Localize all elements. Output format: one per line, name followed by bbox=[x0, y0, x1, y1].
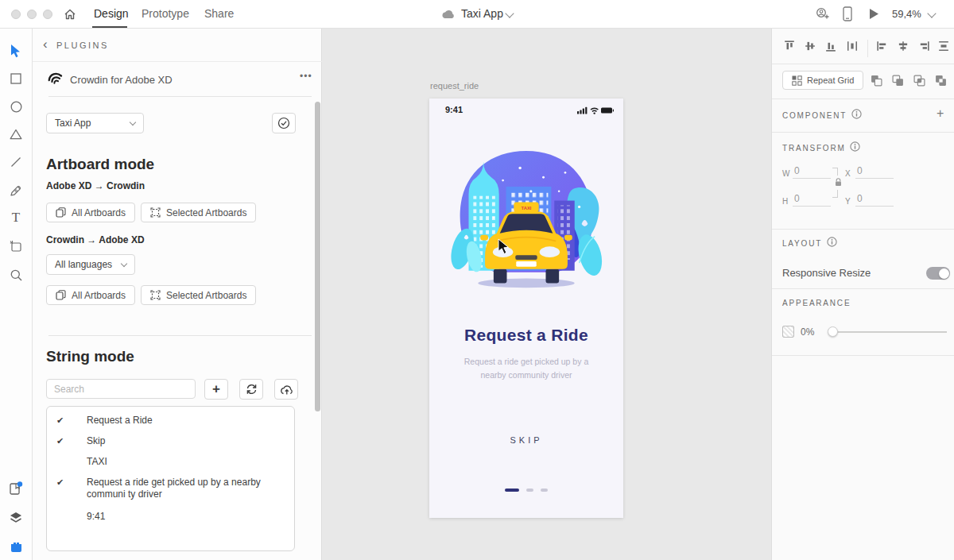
invite-user-icon[interactable] bbox=[814, 7, 830, 21]
ride-title[interactable]: Request a Ride bbox=[429, 326, 623, 345]
document-title-chevron-icon[interactable] bbox=[505, 9, 514, 17]
design-canvas[interactable]: request_ride 9:41 bbox=[323, 29, 771, 560]
transform-section-label: TRANSFORM bbox=[782, 144, 846, 153]
x-field[interactable] bbox=[855, 165, 894, 179]
string-row[interactable]: ✔ Skip bbox=[47, 431, 294, 451]
align-horizontal-center-icon[interactable] bbox=[898, 41, 909, 52]
string-row[interactable]: ✔ Request a Ride bbox=[47, 407, 294, 431]
search-input[interactable] bbox=[46, 379, 196, 399]
repeat-grid-button[interactable]: Repeat Grid bbox=[782, 71, 863, 90]
boolean-add-icon[interactable] bbox=[871, 75, 882, 87]
status-icons bbox=[577, 106, 614, 114]
tab-share[interactable]: Share bbox=[204, 7, 234, 20]
artboard-request-ride[interactable]: 9:41 bbox=[429, 98, 623, 518]
tab-prototype[interactable]: Prototype bbox=[142, 7, 189, 20]
string-row[interactable]: TAXI bbox=[47, 451, 294, 472]
wifi-icon bbox=[591, 108, 598, 114]
assets-panel-icon[interactable] bbox=[0, 535, 32, 557]
ride-subtitle-line2[interactable]: nearby community driver bbox=[429, 370, 623, 380]
play-preview-icon[interactable] bbox=[868, 8, 879, 20]
distribute-horizontal-icon[interactable] bbox=[847, 41, 858, 52]
string-row[interactable]: 9:41 bbox=[47, 504, 294, 527]
selected-artboards-button-down[interactable]: Selected Artboards bbox=[141, 285, 256, 305]
panel-scrollbar[interactable] bbox=[315, 102, 320, 411]
opacity-slider-knob[interactable] bbox=[828, 326, 838, 337]
info-icon[interactable] bbox=[850, 141, 860, 152]
align-top-icon[interactable] bbox=[784, 41, 795, 52]
plugins-panel-icon[interactable] bbox=[0, 477, 32, 500]
zoom-level-chevron-icon[interactable] bbox=[927, 9, 936, 17]
artboard-mode-title: Artboard mode bbox=[46, 156, 154, 173]
line-tool[interactable] bbox=[0, 151, 32, 173]
height-field[interactable] bbox=[793, 193, 831, 207]
selected-artboards-button-up[interactable]: Selected Artboards bbox=[141, 203, 256, 222]
window-close-button[interactable] bbox=[11, 10, 21, 19]
check-icon: ✔ bbox=[56, 435, 64, 447]
top-bar: Design Prototype Share Taxi App 59,4% bbox=[0, 0, 954, 29]
rectangle-tool[interactable] bbox=[0, 68, 32, 90]
divider bbox=[772, 132, 954, 133]
upload-strings-button[interactable] bbox=[274, 379, 298, 400]
xd-to-crowdin-label: Adobe XD → Crowdin bbox=[46, 180, 145, 191]
pen-tool[interactable] bbox=[0, 180, 32, 202]
home-icon[interactable] bbox=[64, 8, 76, 21]
y-field[interactable] bbox=[855, 193, 894, 207]
tab-design[interactable]: Design bbox=[94, 7, 129, 20]
opacity-value[interactable]: 0% bbox=[801, 326, 814, 338]
artboard-name-label[interactable]: request_ride bbox=[430, 81, 479, 91]
boolean-subtract-icon[interactable] bbox=[892, 75, 904, 87]
all-artboards-button-up[interactable]: All Artboards bbox=[46, 203, 135, 222]
info-icon[interactable] bbox=[827, 237, 837, 247]
align-right-icon[interactable] bbox=[918, 41, 929, 52]
divider bbox=[48, 96, 312, 97]
mouse-cursor-icon bbox=[498, 238, 510, 255]
height-field-label: H bbox=[782, 197, 788, 206]
battery-icon bbox=[601, 108, 614, 114]
add-string-button[interactable]: + bbox=[204, 379, 228, 400]
all-artboards-button-down[interactable]: All Artboards bbox=[46, 285, 135, 305]
align-bottom-icon[interactable] bbox=[825, 41, 836, 52]
width-field[interactable] bbox=[793, 165, 831, 179]
zoom-level[interactable]: 59,4% bbox=[892, 8, 921, 20]
window-minimize-button[interactable] bbox=[27, 10, 37, 19]
boolean-exclude-icon[interactable] bbox=[935, 75, 947, 87]
string-list: ✔ Request a Ride ✔ Skip TAXI ✔ Request a… bbox=[46, 406, 295, 551]
selected-artboards-label: Selected Artboards bbox=[166, 290, 246, 301]
select-tool[interactable] bbox=[0, 40, 32, 62]
pager-dots bbox=[429, 481, 623, 495]
align-vertical-center-icon[interactable] bbox=[805, 41, 816, 52]
responsive-resize-toggle[interactable] bbox=[926, 267, 950, 280]
boolean-intersect-icon[interactable] bbox=[913, 75, 925, 87]
text-tool[interactable]: T bbox=[0, 207, 32, 229]
zoom-tool[interactable] bbox=[0, 264, 32, 286]
component-section-label: COMPONENT bbox=[782, 111, 847, 120]
document-title[interactable]: Taxi App bbox=[461, 7, 503, 20]
project-select[interactable]: Taxi App bbox=[46, 113, 144, 133]
x-field-label: X bbox=[845, 169, 851, 178]
languages-select[interactable]: All languages bbox=[46, 254, 135, 275]
chevron-down-icon bbox=[121, 260, 127, 266]
distribute-vertical-icon[interactable] bbox=[938, 41, 949, 52]
sync-strings-button[interactable] bbox=[239, 379, 263, 400]
opacity-slider[interactable] bbox=[828, 326, 947, 337]
polygon-tool[interactable] bbox=[0, 123, 32, 145]
plugin-menu-icon[interactable]: ••• bbox=[300, 71, 312, 82]
all-artboards-label: All Artboards bbox=[72, 207, 126, 218]
artboard-tool[interactable] bbox=[0, 235, 32, 257]
add-component-button[interactable]: + bbox=[937, 106, 944, 121]
ride-subtitle-line1[interactable]: Request a ride get picked up by a bbox=[429, 357, 623, 366]
device-preview-icon[interactable] bbox=[843, 6, 852, 21]
lock-icon[interactable] bbox=[835, 178, 842, 187]
plugins-back-chevron-icon[interactable]: ‹ bbox=[43, 37, 48, 52]
confirm-project-button[interactable] bbox=[272, 113, 296, 133]
info-icon[interactable] bbox=[851, 109, 862, 119]
ellipse-tool[interactable] bbox=[0, 95, 32, 118]
string-row[interactable]: ✔ Request a ride get picked up by a near… bbox=[47, 472, 294, 504]
layers-panel-icon[interactable] bbox=[0, 506, 32, 528]
skip-button[interactable]: SKIP bbox=[429, 435, 623, 445]
align-left-icon[interactable] bbox=[877, 41, 888, 52]
opacity-icon bbox=[782, 326, 794, 338]
all-artboards-label: All Artboards bbox=[72, 290, 126, 301]
divider bbox=[772, 355, 954, 356]
window-zoom-button[interactable] bbox=[43, 10, 52, 19]
